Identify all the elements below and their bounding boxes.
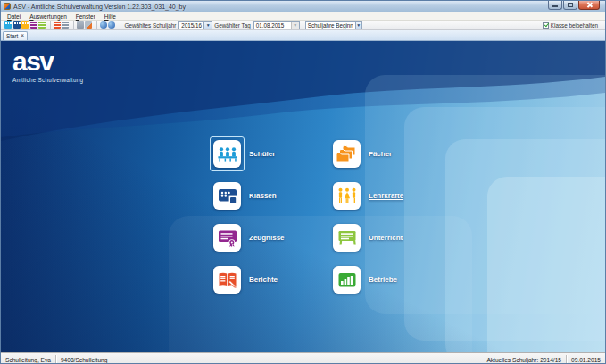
certificate-icon[interactable] [213,224,241,252]
students-icon[interactable] [213,140,241,168]
minimize-icon [552,5,558,7]
day-field[interactable]: 01.08.2015 ▼ [253,21,300,29]
module-lehrkraefte[interactable]: Lehrkräfte [333,182,403,210]
toolbar: Gewähltes Schuljahr 2015/16 ▼ Gewählter … [1,21,605,30]
tab-bar: Start × [1,30,605,41]
tab-close-icon[interactable]: × [21,33,24,39]
module-betriebe[interactable]: Betriebe [333,266,397,294]
status-current-year: Aktuelles Schuljahr: 2014/15 [482,353,566,364]
toolbar-separator [96,21,97,29]
asv-tagline: Amtliche Schulverwaltung [12,77,83,83]
evaluations-mini-icon[interactable] [62,21,69,29]
info-globe-icon[interactable] [100,21,107,29]
menu-auswertungen[interactable]: Auswertungen [25,13,71,20]
window-title: ASV - Amtliche Schulverwaltung Version 1… [13,4,186,10]
toolbar-separator [120,21,120,29]
asv-logo: asv Amtliche Schulverwaltung [12,48,83,83]
module-faecher-label[interactable]: Fächer [369,150,392,158]
day-preset-value: Schuljahre Beginn [306,22,355,29]
day-value: 01.08.2015 [254,22,286,29]
close-icon [586,2,593,8]
keep-class-checkbox[interactable] [543,22,549,29]
export-mini-icon[interactable] [85,21,92,29]
help-icon[interactable] [108,21,115,29]
module-zeugnisse-label[interactable]: Zeugnisse [249,234,285,242]
chevron-down-icon[interactable]: ▼ [203,22,212,29]
day-preset-combobox[interactable]: Schuljahre Beginn ▼ [305,21,362,29]
maximize-button[interactable] [563,1,577,10]
module-lehrkraefte-label[interactable]: Lehrkräfte [369,192,403,200]
module-berichte-label[interactable]: Berichte [249,276,278,284]
keep-class-checkbox-group[interactable]: Klasse beibehalten [543,22,598,29]
status-user: Schulleitung, Eva [1,353,55,364]
board-icon[interactable] [333,224,361,252]
folders-icon[interactable] [333,140,361,168]
status-school: 9408/Schulleitung [56,353,112,364]
home-screen: asv Amtliche Schulverwaltung Schüler [1,41,605,352]
module-klassen[interactable]: Klassen [213,182,277,210]
title-bar: ASV - Amtliche Schulverwaltung Version 1… [1,1,605,12]
keep-class-label: Klasse beibehalten [551,22,598,29]
students-mini-icon[interactable] [4,21,12,29]
classes-mini-icon[interactable] [13,21,21,29]
day-label: Gewählter Tag [214,22,251,29]
menu-fenster[interactable]: Fenster [71,13,100,20]
asv-application-window: ASV - Amtliche Schulverwaltung Version 1… [0,0,606,364]
module-unterricht-label[interactable]: Unterricht [369,234,403,242]
maximize-icon [568,3,573,7]
folder-mini-icon[interactable] [77,21,84,29]
module-berichte[interactable]: Berichte [213,266,278,294]
tab-start[interactable]: Start × [3,31,28,40]
module-schueler[interactable]: Schüler [213,140,275,168]
classes-icon[interactable] [213,182,241,210]
lessons-mini-icon[interactable] [38,21,46,29]
module-klassen-label[interactable]: Klassen [249,192,277,200]
chevron-down-icon[interactable]: ▼ [355,22,361,29]
bar-chart-icon[interactable] [333,266,361,294]
menu-hilfe[interactable]: Hilfe [100,13,120,20]
teachers-icon[interactable] [333,182,361,210]
status-bar: Schulleitung, Eva 9408/Schulleitung Aktu… [1,352,605,364]
asv-logo-text: asv [12,48,83,75]
reports-mini-icon[interactable] [54,21,61,29]
app-icon [4,3,11,10]
menu-datei[interactable]: Datei [3,13,25,20]
school-year-combobox[interactable]: 2015/16 ▼ [178,21,212,29]
school-year-label: Gewähltes Schuljahr [125,22,177,29]
minimize-button[interactable] [548,1,562,10]
module-unterricht[interactable]: Unterricht [333,224,403,252]
toolbar-separator [73,21,74,29]
chevron-down-icon: ▼ [291,22,299,29]
module-faecher[interactable]: Fächer [333,140,392,168]
close-button[interactable] [578,1,600,10]
certificates-mini-icon[interactable] [30,21,37,29]
background-shape [487,177,605,352]
status-date: 09.01.2015 [567,353,605,364]
toolbar-separator [50,21,51,29]
menu-bar: Datei Auswertungen Fenster Hilfe [1,12,605,21]
module-schueler-label[interactable]: Schüler [249,150,275,158]
module-betriebe-label[interactable]: Betriebe [369,276,397,284]
tab-start-label: Start [6,33,18,39]
school-year-value: 2015/16 [179,22,203,29]
module-zeugnisse[interactable]: Zeugnisse [213,224,285,252]
teachers-mini-icon[interactable] [21,21,29,29]
report-book-icon[interactable] [213,266,241,294]
